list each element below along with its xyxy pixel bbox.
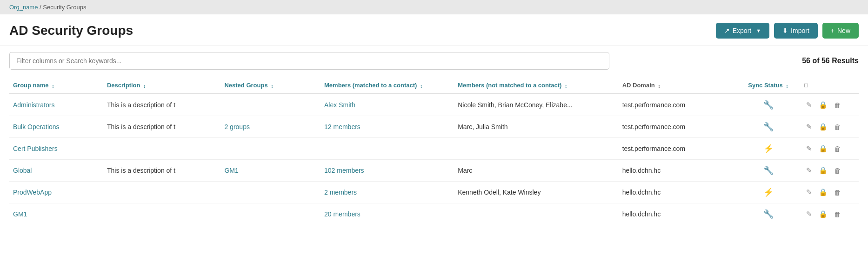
sort-icon-groupname: ↕ (52, 83, 54, 89)
header-actions: ↗ Export ▼ ⬇ Import + New (716, 23, 859, 39)
members-unmatched-cell: Nicole Smith, Brian McConey, Elizabe... (454, 94, 618, 116)
nested-cell[interactable]: 2 groups (220, 116, 320, 138)
page-title: AD Security Groups (9, 23, 133, 38)
members-unmatched-cell: Kenneth Odell, Kate Winsley (454, 182, 618, 203)
import-icon: ⬇ (782, 27, 788, 34)
sort-icon-description: ↕ (143, 83, 146, 89)
copy-button[interactable]: 🔒 (817, 144, 829, 154)
members-matched-cell (320, 138, 454, 160)
edit-button[interactable]: ✎ (804, 144, 814, 154)
groupname-cell[interactable]: Global (9, 160, 103, 182)
description-cell: This is a description of t (103, 116, 220, 138)
nested-cell (220, 94, 320, 116)
edit-button[interactable]: ✎ (804, 209, 814, 219)
export-caret-icon: ▼ (756, 28, 761, 33)
copy-button[interactable]: 🔒 (817, 100, 829, 110)
nested-cell[interactable]: GM1 (220, 160, 320, 182)
domain-cell: test.performance.com (619, 138, 736, 160)
copy-button[interactable]: 🔒 (817, 187, 829, 197)
edit-button[interactable]: ✎ (804, 187, 814, 197)
nested-cell (220, 182, 320, 203)
col-header-sync[interactable]: Sync Status ↕ (736, 77, 801, 94)
domain-cell: hello.dchn.hc (619, 203, 736, 225)
export-button[interactable]: ↗ Export ▼ (716, 23, 769, 39)
page-header: AD Security Groups ↗ Export ▼ ⬇ Import +… (0, 14, 868, 46)
breadcrumb: Org_name / Security Groups (0, 0, 868, 14)
col-header-checkbox-icon: □ (804, 82, 808, 89)
edit-button[interactable]: ✎ (804, 100, 814, 110)
sync-status-icon: ⚡ (763, 144, 774, 154)
sync-status-cell: ⚡ (736, 138, 801, 160)
edit-button[interactable]: ✎ (804, 122, 814, 132)
sync-status-icon: 🔧 (763, 122, 774, 132)
domain-cell: hello.dchn.hc (619, 160, 736, 182)
action-cell: ✎ 🔒 🗑 (801, 182, 859, 203)
breadcrumb-org[interactable]: Org_name (9, 4, 38, 11)
description-cell: This is a description of t (103, 94, 220, 116)
import-button[interactable]: ⬇ Import (774, 23, 818, 39)
members-matched-cell[interactable]: 12 members (320, 116, 454, 138)
col-header-members-matched[interactable]: Members (matched to a contact) ↕ (320, 77, 454, 94)
export-icon: ↗ (724, 27, 730, 34)
members-matched-cell[interactable]: 20 members (320, 203, 454, 225)
groupname-cell[interactable]: Bulk Operations (9, 116, 103, 138)
copy-button[interactable]: 🔒 (817, 165, 829, 176)
sync-status-cell: 🔧 (736, 94, 801, 116)
col-header-nested[interactable]: Nested Groups ↕ (220, 77, 320, 94)
table-row: Administrators This is a description of … (9, 94, 859, 116)
domain-cell: test.performance.com (619, 116, 736, 138)
members-matched-cell[interactable]: Alex Smith (320, 94, 454, 116)
members-unmatched-cell: Marc, Julia Smith (454, 116, 618, 138)
copy-button[interactable]: 🔒 (817, 122, 829, 132)
new-label: New (837, 27, 850, 34)
delete-button[interactable]: 🗑 (832, 100, 843, 110)
new-plus-icon: + (831, 27, 835, 34)
edit-button[interactable]: ✎ (804, 165, 814, 176)
col-header-actions: □ (801, 77, 859, 94)
new-button[interactable]: + New (822, 23, 859, 39)
sort-icon-members-matched: ↕ (420, 83, 423, 89)
sync-status-cell: 🔧 (736, 160, 801, 182)
col-header-members-unmatched[interactable]: Members (not matched to a contact) ↕ (454, 77, 618, 94)
groupname-cell[interactable]: ProdWebApp (9, 182, 103, 203)
sync-status-cell: ⚡ (736, 182, 801, 203)
table-row: Bulk Operations This is a description of… (9, 116, 859, 138)
action-cell: ✎ 🔒 🗑 (801, 116, 859, 138)
delete-button[interactable]: 🗑 (832, 144, 843, 154)
import-label: Import (791, 27, 809, 34)
delete-button[interactable]: 🗑 (832, 188, 843, 197)
action-cell: ✎ 🔒 🗑 (801, 138, 859, 160)
members-matched-cell[interactable]: 102 members (320, 160, 454, 182)
security-groups-table: Group name ↕ Description ↕ Nested Groups… (9, 77, 859, 225)
delete-button[interactable]: 🗑 (832, 122, 843, 132)
col-header-domain[interactable]: AD Domain ↕ (619, 77, 736, 94)
table-header-row: Group name ↕ Description ↕ Nested Groups… (9, 77, 859, 94)
col-header-description[interactable]: Description ↕ (103, 77, 220, 94)
delete-button[interactable]: 🗑 (832, 209, 843, 219)
sort-icon-domain: ↕ (658, 83, 661, 89)
search-row: 56 of 56 Results (0, 46, 868, 72)
export-label: Export (733, 27, 751, 34)
nested-cell (220, 138, 320, 160)
table-row: Global This is a description of t GM1 10… (9, 160, 859, 182)
copy-button[interactable]: 🔒 (817, 209, 829, 219)
description-cell (103, 203, 220, 225)
delete-button[interactable]: 🗑 (832, 166, 843, 176)
groupname-cell[interactable]: Administrators (9, 94, 103, 116)
description-cell (103, 138, 220, 160)
results-count: 56 of 56 Results (802, 57, 859, 65)
members-matched-cell[interactable]: 2 members (320, 182, 454, 203)
description-cell: This is a description of t (103, 160, 220, 182)
nested-cell (220, 203, 320, 225)
sync-status-icon: 🔧 (763, 165, 774, 176)
sync-status-cell: 🔧 (736, 116, 801, 138)
table-wrap: Group name ↕ Description ↕ Nested Groups… (0, 77, 868, 225)
search-input[interactable] (9, 52, 609, 70)
groupname-cell[interactable]: Cert Publishers (9, 138, 103, 160)
sync-status-cell: 🔧 (736, 203, 801, 225)
groupname-cell[interactable]: GM1 (9, 203, 103, 225)
domain-cell: test.performance.com (619, 94, 736, 116)
sort-icon-nested: ↕ (271, 83, 274, 89)
col-header-groupname[interactable]: Group name ↕ (9, 77, 103, 94)
table-row: GM1 20 members hello.dchn.hc 🔧 ✎ 🔒 🗑 (9, 203, 859, 225)
